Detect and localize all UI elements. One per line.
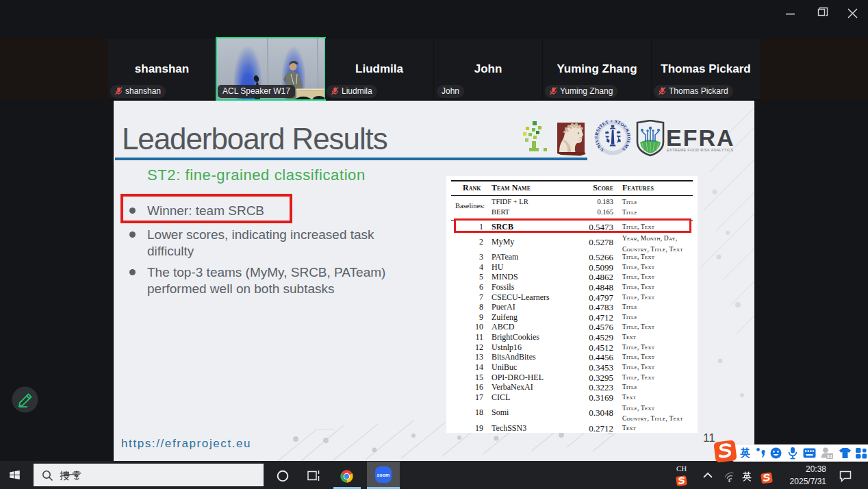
svg-text:EXTREME FOOD RISK ANALYTICS: EXTREME FOOD RISK ANALYTICS	[667, 148, 733, 152]
svg-text:34: 34	[827, 453, 833, 460]
svg-text:EFRA: EFRA	[666, 125, 735, 151]
